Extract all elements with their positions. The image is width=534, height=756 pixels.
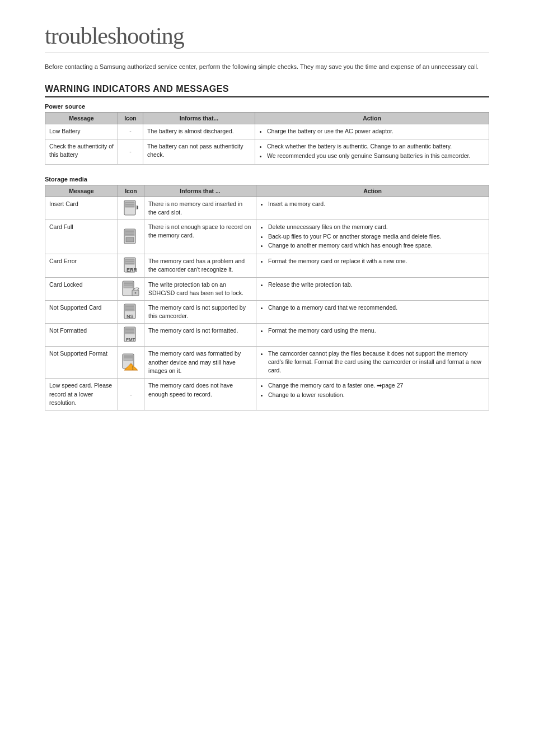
table-row: Not Formatted FMT bbox=[45, 324, 489, 347]
sm-row4-icon bbox=[118, 277, 144, 300]
sm-row7-informs: The memory card was formatted by another… bbox=[144, 347, 256, 379]
page-title: troubleshooting bbox=[45, 22, 489, 53]
col-icon-ps: Icon bbox=[118, 112, 143, 124]
sd-card-full-icon bbox=[124, 228, 138, 245]
sm-row2-icon bbox=[118, 220, 144, 254]
sm-row3-icon: ERR bbox=[118, 254, 144, 277]
col-message-ps: Message bbox=[45, 112, 118, 124]
col-informs-sm: Informs that ... bbox=[144, 185, 256, 197]
col-message-sm: Message bbox=[45, 185, 118, 197]
col-informs-ps: Informs that... bbox=[143, 112, 255, 124]
col-icon-sm: Icon bbox=[118, 185, 144, 197]
sm-row4-action: Release the write protection tab. bbox=[256, 277, 489, 300]
storage-media-section: Storage media Message Icon Informs that … bbox=[45, 176, 489, 411]
ps-row2-informs: The battery can not pass authenticity ch… bbox=[143, 139, 255, 164]
sm-row8-message: Low speed card. Please record at a lower… bbox=[45, 379, 118, 410]
sm-row5-action: Change to a memory card that we recommen… bbox=[256, 300, 489, 323]
sm-row3-message: Card Error bbox=[45, 254, 118, 277]
sm-row2-informs: There is not enough space to record on t… bbox=[144, 220, 256, 254]
section-heading: WARNING INDICATORS AND MESSAGES bbox=[45, 84, 489, 97]
table-row: Low speed card. Please record at a lower… bbox=[45, 379, 489, 410]
table-row: Not Supported Format ! bbox=[45, 347, 489, 379]
table-row: Card Locked bbox=[45, 277, 489, 300]
sm-row4-informs: The write protection tab on an SDHC/SD c… bbox=[144, 277, 256, 300]
sm-row6-informs: The memory card is not formatted. bbox=[144, 324, 256, 347]
table-row: Not Supported Card NS bbox=[45, 300, 489, 323]
table-row: Insert Card ▶ bbox=[45, 197, 489, 220]
svg-text:FMT: FMT bbox=[126, 337, 135, 342]
intro-paragraph: Before contacting a Samsung authorized s… bbox=[45, 62, 489, 72]
ps-row1-message: Low Battery bbox=[45, 124, 118, 139]
sm-row8-informs: The memory card does not have enough spe… bbox=[144, 379, 256, 410]
sm-row3-informs: The memory card has a problem and the ca… bbox=[144, 254, 256, 277]
ps-row2-message: Check the authenticity of this battery bbox=[45, 139, 118, 164]
sm-row5-message: Not Supported Card bbox=[45, 300, 118, 323]
ps-row1-action: Charge the battery or use the AC power a… bbox=[255, 124, 489, 139]
svg-text:!: ! bbox=[132, 365, 134, 371]
sm-row1-icon: ▶ bbox=[118, 197, 144, 220]
svg-text:▶: ▶ bbox=[137, 204, 138, 210]
sd-card-locked-icon bbox=[122, 281, 140, 297]
sm-row3-action: Format the memory card or replace it wit… bbox=[256, 254, 489, 277]
svg-point-23 bbox=[135, 292, 137, 293]
sm-row2-action: Delete unnecessary files on the memory c… bbox=[256, 220, 489, 254]
sm-row1-action: Insert a memory card. bbox=[256, 197, 489, 220]
svg-text:ERR: ERR bbox=[127, 267, 138, 273]
sd-card-not-formatted-icon: FMT bbox=[124, 326, 138, 343]
ps-row1-informs: The battery is almost discharged. bbox=[143, 124, 255, 139]
sm-row5-icon: NS bbox=[118, 300, 144, 323]
storage-media-label: Storage media bbox=[45, 176, 489, 183]
ps-row1-icon: - bbox=[118, 124, 143, 139]
sm-row4-message: Card Locked bbox=[45, 277, 118, 300]
sm-row7-message: Not Supported Format bbox=[45, 347, 118, 379]
sm-row7-action: The camcorder cannot play the files beca… bbox=[256, 347, 489, 379]
sm-row6-action: Format the memory card using the menu. bbox=[256, 324, 489, 347]
sd-card-warn-icon: ! bbox=[122, 353, 140, 371]
power-source-section: Power source Message Icon Informs that..… bbox=[45, 103, 489, 165]
table-row: Low Battery - The battery is almost disc… bbox=[45, 124, 489, 139]
sm-row7-icon: ! bbox=[118, 347, 144, 379]
sm-row6-message: Not Formatted bbox=[45, 324, 118, 347]
sm-row8-icon: - bbox=[118, 379, 144, 410]
sm-row1-informs: There is no memory card inserted in the … bbox=[144, 197, 256, 220]
table-row: Check the authenticity of this battery -… bbox=[45, 139, 489, 164]
power-source-table: Message Icon Informs that... Action Low … bbox=[45, 112, 489, 165]
sd-card-not-supported-icon: NS bbox=[124, 304, 138, 320]
sm-row8-action: Change the memory card to a faster one. … bbox=[256, 379, 489, 410]
table-row: Card Full bbox=[45, 220, 489, 254]
sm-row1-message: Insert Card bbox=[45, 197, 118, 220]
sm-row2-message: Card Full bbox=[45, 220, 118, 254]
svg-text:NS: NS bbox=[127, 314, 134, 319]
ps-row2-action: Check whether the battery is authentic. … bbox=[255, 139, 489, 164]
sm-row5-informs: The memory card is not supported by this… bbox=[144, 300, 256, 323]
sd-card-error-icon: ERR bbox=[124, 257, 138, 274]
col-action-ps: Action bbox=[255, 112, 489, 124]
svg-rect-11 bbox=[126, 237, 134, 242]
col-action-sm: Action bbox=[256, 185, 489, 197]
storage-media-table: Message Icon Informs that ... Action Ins… bbox=[45, 185, 489, 411]
power-source-label: Power source bbox=[45, 103, 489, 110]
sm-row6-icon: FMT bbox=[118, 324, 144, 347]
sd-card-icon: ▶ bbox=[124, 200, 138, 217]
ps-row2-icon: - bbox=[118, 139, 143, 164]
table-row: Card Error ERR bbox=[45, 254, 489, 277]
